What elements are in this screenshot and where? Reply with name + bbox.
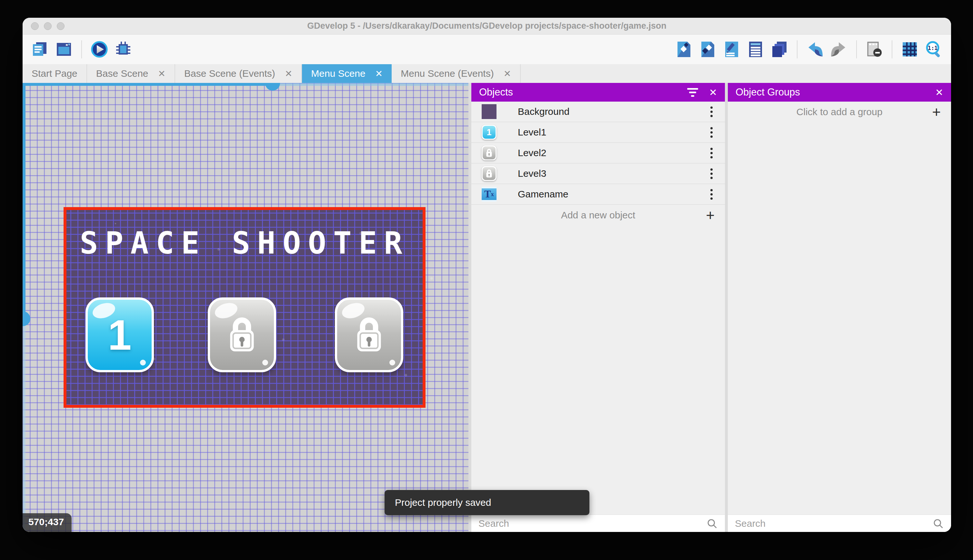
close-window-button[interactable] [31, 22, 39, 30]
object-menu-icon[interactable] [710, 189, 713, 200]
tab-close-icon[interactable]: ✕ [158, 68, 165, 79]
object-row-background[interactable]: Background [472, 102, 725, 122]
search-icon [706, 518, 718, 529]
add-group-plus-icon[interactable]: + [932, 105, 941, 119]
vertical-scrollbar[interactable] [23, 83, 25, 532]
groups-search-input[interactable] [735, 518, 932, 529]
objects-editor-icon[interactable] [675, 40, 693, 58]
tab-close-icon[interactable]: ✕ [503, 68, 511, 79]
object-groups-panel: Object Groups ✕ Click to add a group + [728, 83, 951, 532]
undo-icon[interactable] [806, 40, 824, 58]
lock-icon [352, 314, 387, 355]
level2-locked-button-instance[interactable] [208, 297, 276, 372]
toolbar-separator [797, 40, 798, 58]
star-decoration [115, 223, 116, 224]
level1-button-thumbnail: 1 [482, 125, 496, 140]
horizontal-scrollbar[interactable] [23, 83, 468, 86]
toolbar-right-group: 1:1 [675, 40, 943, 58]
object-row-level3[interactable]: Level3 [472, 163, 725, 184]
vertical-scrollbar-handle[interactable] [23, 311, 30, 326]
lock-icon [485, 148, 493, 158]
toolbar-separator [856, 40, 857, 58]
objects-panel: Objects ✕ Background 1 Level1 [472, 83, 725, 532]
debug-icon[interactable] [114, 40, 132, 58]
save-toast: Project properly saved [385, 490, 590, 515]
horizontal-scrollbar-handle[interactable] [265, 83, 280, 91]
toggle-mask-icon[interactable] [865, 40, 883, 58]
grid-icon[interactable] [901, 40, 919, 58]
locked-button-thumbnail [482, 166, 496, 181]
tab-base-scene-events[interactable]: Base Scene (Events) ✕ [175, 64, 302, 83]
panel-divider[interactable] [725, 83, 728, 532]
level1-button-instance[interactable]: 1 [85, 297, 154, 372]
tab-close-icon[interactable]: ✕ [285, 68, 292, 79]
object-groups-list: Click to add a group + [728, 102, 951, 515]
preview-window-icon[interactable] [55, 40, 73, 58]
object-menu-icon[interactable] [710, 107, 713, 117]
objects-search-bar [472, 515, 725, 532]
objects-list: Background 1 Level1 Level2 [472, 102, 725, 515]
properties-icon[interactable] [723, 40, 741, 58]
lock-icon [224, 314, 260, 355]
minimize-window-button[interactable] [44, 22, 52, 30]
toolbar-separator [892, 40, 892, 58]
tab-menu-scene[interactable]: Menu Scene ✕ [302, 64, 392, 83]
add-object-plus-icon[interactable]: + [706, 208, 715, 223]
groups-search-bar [728, 515, 951, 532]
play-icon[interactable] [90, 40, 108, 58]
toolbar-left-group [31, 40, 132, 58]
instances-list-icon[interactable] [746, 40, 765, 58]
project-manager-icon[interactable] [31, 40, 49, 58]
panel-divider[interactable] [468, 83, 472, 532]
locked-button-thumbnail [482, 145, 496, 160]
main-content: SPACE SHOOTER 1 570;437 [23, 83, 951, 532]
object-groups-panel-header: Object Groups ✕ [728, 83, 951, 102]
filter-icon[interactable] [687, 88, 698, 97]
gdevelop-window: GDevelop 5 - /Users/dkarakay/Documents/G… [23, 18, 951, 532]
editor-tabs: Start Page Base Scene ✕ Base Scene (Even… [23, 64, 951, 83]
scene-title-text[interactable]: SPACE SHOOTER [67, 225, 423, 261]
traffic-lights [31, 22, 65, 30]
cursor-coordinates: 570;437 [23, 513, 72, 532]
object-row-level2[interactable]: Level2 [472, 143, 725, 163]
vertical-scrollbar-thumb[interactable] [23, 83, 25, 318]
object-groups-panel-title: Object Groups [736, 87, 924, 98]
scene-viewport[interactable]: SPACE SHOOTER 1 [63, 207, 425, 408]
close-panel-icon[interactable]: ✕ [709, 87, 717, 98]
background-thumbnail [482, 104, 496, 119]
add-group-row[interactable]: Click to add a group + [728, 102, 951, 122]
object-menu-icon[interactable] [710, 148, 713, 158]
save-toast-message: Project properly saved [395, 497, 491, 508]
toolbar-separator [81, 40, 82, 58]
redo-icon[interactable] [830, 40, 848, 58]
tab-base-scene[interactable]: Base Scene ✕ [87, 64, 175, 83]
search-icon [932, 518, 944, 529]
window-title: GDevelop 5 - /Users/dkarakay/Documents/G… [23, 21, 951, 31]
toolbar: 1:1 [23, 35, 951, 64]
object-row-level1[interactable]: 1 Level1 [472, 122, 725, 143]
objects-search-input[interactable] [478, 518, 706, 529]
maximize-window-button[interactable] [57, 22, 65, 30]
objects-panel-title: Objects [479, 87, 676, 98]
add-object-row[interactable]: Add a new object + [472, 205, 725, 225]
lock-icon [485, 169, 493, 178]
tab-close-icon[interactable]: ✕ [375, 68, 383, 79]
title-bar: GDevelop 5 - /Users/dkarakay/Documents/G… [23, 18, 951, 35]
text-object-thumbnail: Tx [482, 187, 496, 202]
horizontal-scrollbar-thumb[interactable] [23, 83, 279, 86]
layers-icon[interactable] [770, 40, 788, 58]
object-groups-editor-icon[interactable] [699, 40, 717, 58]
close-panel-icon[interactable]: ✕ [935, 87, 943, 98]
tab-menu-scene-events[interactable]: Menu Scene (Events) ✕ [392, 64, 521, 83]
tab-start-page[interactable]: Start Page [23, 64, 87, 83]
scene-canvas[interactable]: SPACE SHOOTER 1 570;437 [23, 83, 468, 532]
objects-panel-header: Objects ✕ [472, 83, 725, 102]
object-menu-icon[interactable] [710, 127, 713, 138]
svg-text:1:1: 1:1 [928, 45, 938, 51]
level3-locked-button-instance[interactable] [335, 297, 403, 372]
object-row-gamename[interactable]: Tx Gamename [472, 184, 725, 205]
object-menu-icon[interactable] [710, 168, 713, 179]
zoom-original-icon[interactable]: 1:1 [925, 40, 943, 58]
